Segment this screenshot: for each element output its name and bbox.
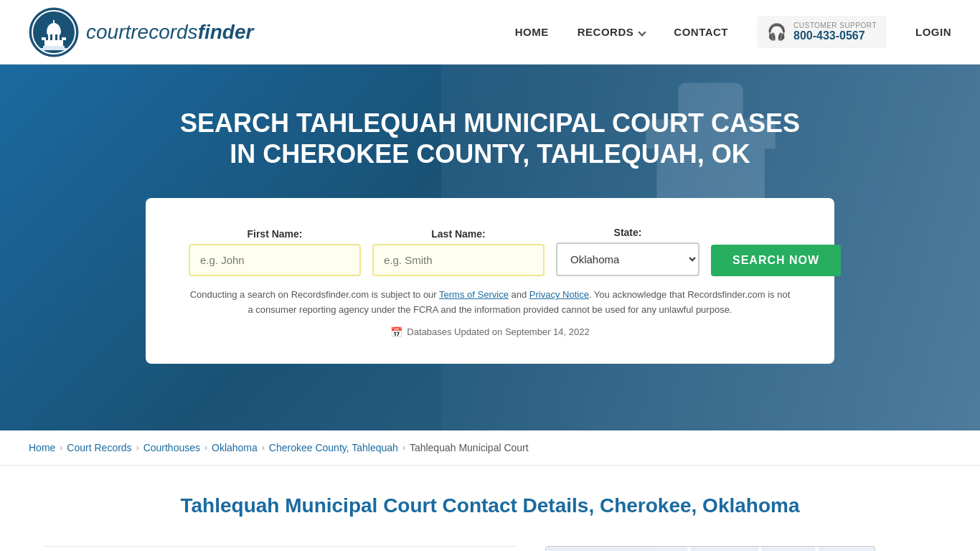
svg-rect-8 bbox=[50, 34, 52, 40]
hero-title: SEARCH TAHLEQUAH MUNICIPAL COURT CASES I… bbox=[167, 108, 813, 169]
first-name-group: First Name: bbox=[189, 228, 361, 276]
calendar-icon: 📅 bbox=[390, 326, 402, 338]
support-phone: 800-433-0567 bbox=[793, 29, 877, 42]
nav-records[interactable]: RECORDS bbox=[578, 26, 634, 38]
map-svg: N St... Tahlequah United Green Country A… bbox=[546, 547, 875, 551]
logo-area: courtrecordsfinder bbox=[29, 7, 253, 57]
support-label: CUSTOMER SUPPORT bbox=[793, 22, 877, 29]
headset-icon: 🎧 bbox=[767, 23, 786, 42]
last-name-input[interactable] bbox=[372, 244, 545, 276]
breadcrumb-courthouses[interactable]: Courthouses bbox=[143, 442, 200, 453]
map-area: N St... Tahlequah United Green Country A… bbox=[545, 546, 875, 551]
svg-rect-17 bbox=[547, 547, 873, 551]
support-block: 🎧 CUSTOMER SUPPORT 800-433-0567 bbox=[757, 16, 887, 48]
logo-text-normal: courtrecords bbox=[86, 21, 198, 43]
logo-icon bbox=[29, 7, 79, 57]
breadcrumb-home[interactable]: Home bbox=[29, 442, 55, 453]
breadcrumb-sep-2: › bbox=[136, 443, 139, 453]
nav-contact[interactable]: CONTACT bbox=[674, 26, 728, 38]
info-table: Court Name: Tahlequah Municipal Court St… bbox=[43, 546, 517, 551]
nav-records-wrapper: RECORDS bbox=[578, 26, 646, 38]
court-name-row: Court Name: Tahlequah Municipal Court bbox=[43, 546, 517, 551]
last-name-group: Last Name: bbox=[372, 228, 545, 276]
state-select[interactable]: AlabamaAlaskaArizonaArkansasCaliforniaCo… bbox=[556, 242, 699, 276]
svg-rect-10 bbox=[60, 34, 62, 40]
svg-rect-9 bbox=[55, 34, 57, 40]
logo-text: courtrecordsfinder bbox=[86, 21, 253, 44]
first-name-label: First Name: bbox=[189, 228, 361, 240]
hero-section: SEARCH TAHLEQUAH MUNICIPAL COURT CASES I… bbox=[0, 65, 980, 430]
logo-text-bold: finder bbox=[198, 21, 254, 43]
page-heading: Tahlequah Municipal Court Contact Detail… bbox=[43, 494, 937, 517]
map-container: N St... Tahlequah United Green Country A… bbox=[545, 546, 875, 551]
support-text: CUSTOMER SUPPORT 800-433-0567 bbox=[793, 22, 877, 42]
header: courtrecordsfinder HOME RECORDS CONTACT … bbox=[0, 0, 980, 65]
svg-rect-6 bbox=[53, 20, 55, 24]
terms-link[interactable]: Terms of Service bbox=[439, 289, 509, 300]
search-box: First Name: Last Name: State: AlabamaAla… bbox=[146, 198, 834, 364]
breadcrumb-sep-4: › bbox=[262, 443, 265, 453]
breadcrumb-current: Tahlequah Municipal Court bbox=[410, 442, 529, 453]
db-updated: 📅 Databases Updated on September 14, 202… bbox=[189, 326, 791, 338]
svg-rect-7 bbox=[46, 34, 48, 40]
search-button[interactable]: SEARCH NOW bbox=[711, 245, 841, 276]
svg-rect-12 bbox=[41, 48, 67, 50]
last-name-label: Last Name: bbox=[372, 228, 545, 240]
nav-login[interactable]: LOGIN bbox=[915, 26, 951, 38]
main-nav: HOME RECORDS CONTACT 🎧 CUSTOMER SUPPORT … bbox=[515, 16, 951, 48]
svg-rect-11 bbox=[43, 46, 65, 48]
db-updated-text: Databases Updated on September 14, 2022 bbox=[407, 326, 589, 337]
search-disclaimer: Conducting a search on Recordsfinder.com… bbox=[189, 288, 791, 318]
records-chevron-icon bbox=[639, 28, 646, 36]
content-grid: Court Name: Tahlequah Municipal Court St… bbox=[43, 546, 937, 551]
breadcrumb-sep-5: › bbox=[402, 443, 405, 453]
nav-home[interactable]: HOME bbox=[515, 26, 549, 38]
privacy-link[interactable]: Privacy Notice bbox=[529, 289, 589, 300]
breadcrumb-oklahoma[interactable]: Oklahoma bbox=[212, 442, 258, 453]
state-label: State: bbox=[556, 227, 699, 238]
first-name-input[interactable] bbox=[189, 244, 361, 276]
breadcrumb-court-records[interactable]: Court Records bbox=[67, 442, 131, 453]
state-group: State: AlabamaAlaskaArizonaArkansasCalif… bbox=[556, 227, 699, 276]
breadcrumb-sep-1: › bbox=[60, 443, 62, 453]
breadcrumb: Home › Court Records › Courthouses › Okl… bbox=[0, 430, 980, 466]
main-content: Tahlequah Municipal Court Contact Detail… bbox=[0, 466, 980, 551]
breadcrumb-cherokee[interactable]: Cherokee County, Tahlequah bbox=[269, 442, 398, 453]
search-fields: First Name: Last Name: State: AlabamaAla… bbox=[189, 227, 791, 276]
breadcrumb-sep-3: › bbox=[204, 443, 207, 453]
